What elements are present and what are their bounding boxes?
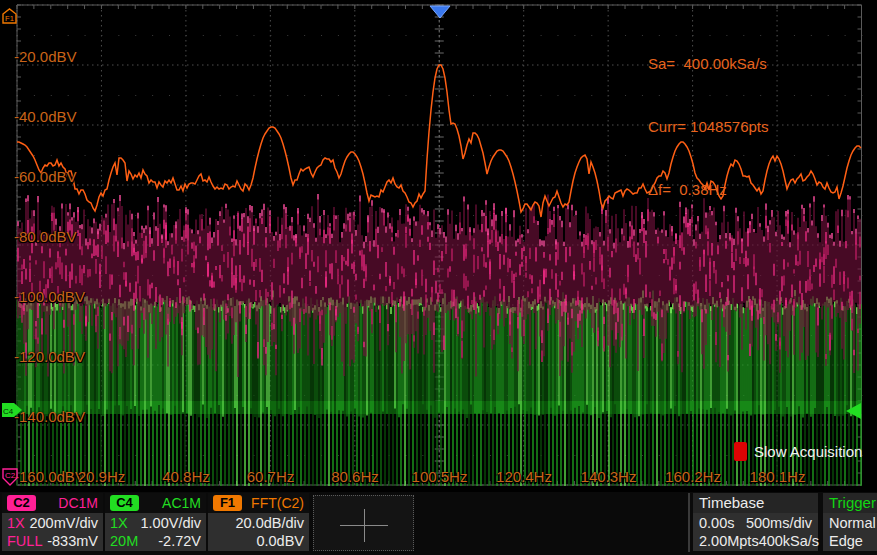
- c4-coupling: AC1M: [162, 495, 201, 511]
- x-axis-label: 180.1Hz: [750, 469, 806, 485]
- svg-text:C2: C2: [5, 471, 16, 480]
- c2-coupling: DC1M: [58, 495, 98, 511]
- y-axis-label: -160.0dBV: [14, 469, 85, 485]
- c2-bandwidth: FULL: [7, 532, 42, 550]
- trigger-type: Edge: [829, 532, 871, 550]
- f1-reference-marker[interactable]: F1: [2, 8, 17, 29]
- x-axis-label: 100.5Hz: [412, 469, 468, 485]
- timebase-title: Timebase: [693, 493, 818, 513]
- y-axis-label: -100.0dBV: [14, 289, 85, 305]
- f1-scale: 20.0dB/div: [235, 514, 304, 532]
- acquisition-readout: Sa= 400.00kSa/s Curr= 1048576pts Δf= 0.3…: [648, 11, 769, 242]
- c4-bandwidth: 20M: [110, 532, 138, 550]
- f1-source: FFT(C2): [251, 495, 304, 511]
- channel-c4-header: C4 AC1M: [105, 493, 206, 513]
- math-f1-values: 20.0dB/div 0.0dBV: [208, 513, 309, 551]
- c4-marker-icon: C4: [2, 403, 23, 418]
- x-axis-label: 60.7Hz: [247, 469, 295, 485]
- c4-level-marker[interactable]: C4: [2, 403, 23, 422]
- f1-marker-icon: F1: [2, 8, 17, 25]
- trigger-values: Normal Edge: [823, 513, 877, 551]
- channel-badge-c4[interactable]: C4: [110, 495, 139, 511]
- slow-acquisition-badge: Slow Acquisition: [734, 442, 862, 461]
- math-box-f1[interactable]: F1 FFT(C2) 20.0dB/div 0.0dBV: [208, 493, 309, 551]
- plus-icon: [364, 509, 365, 542]
- y-axis-label: -20.0dBV: [14, 49, 77, 65]
- trigger-position-triangle-icon: [429, 5, 451, 19]
- x-axis-label: 80.6Hz: [331, 469, 379, 485]
- svg-text:F1: F1: [5, 14, 14, 23]
- trigger-mode: Normal: [829, 514, 871, 532]
- math-badge-f1[interactable]: F1: [213, 495, 242, 511]
- c4-probe: 1X: [110, 514, 128, 532]
- add-channel-placeholder[interactable]: [313, 495, 414, 551]
- channel-c2-values: 1X 200mV/div FULL -833mV: [2, 513, 103, 551]
- channel-box-c4[interactable]: C4 AC1M 1X 1.00V/div 20M -2.72V: [105, 493, 206, 551]
- c4-offset: -2.72V: [158, 532, 201, 550]
- y-axis-label: -40.0dBV: [14, 109, 77, 125]
- f1-offset: 0.0dBV: [256, 532, 304, 550]
- timebase-values: 0.00s 500ms/div 2.00Mpts 400kSa/s: [693, 513, 818, 551]
- timebase-box[interactable]: Timebase 0.00s 500ms/div 2.00Mpts 400kSa…: [693, 493, 818, 551]
- y-axis-label: -60.0dBV: [14, 169, 77, 185]
- channel-c2-header: C2 DC1M: [2, 493, 103, 513]
- x-axis-label: 20.9Hz: [78, 469, 126, 485]
- status-bar: C2 DC1M 1X 200mV/div FULL -833mV C4 AC1M: [0, 492, 877, 555]
- channel-box-c2[interactable]: C2 DC1M 1X 200mV/div FULL -833mV: [2, 493, 103, 551]
- c2-offset-marker[interactable]: C2: [2, 468, 19, 491]
- timebase-delay: 0.00s: [699, 514, 734, 532]
- x-axis-label: 40.8Hz: [162, 469, 210, 485]
- c2-scale: 200mV/div: [29, 514, 98, 532]
- slow-acquisition-indicator-icon: [734, 442, 747, 461]
- trigger-position-marker[interactable]: [429, 5, 451, 23]
- y-axis-label: -120.0dBV: [14, 349, 85, 365]
- math-f1-header: F1 FFT(C2): [208, 493, 309, 513]
- timebase-points: 2.00Mpts: [699, 532, 759, 550]
- channel-c4-values: 1X 1.00V/div 20M -2.72V: [105, 513, 206, 551]
- x-axis-label: 160.2Hz: [665, 469, 721, 485]
- trigger-box[interactable]: Trigger Normal Edge: [823, 493, 877, 551]
- y-axis-label: -140.0dBV: [14, 409, 85, 425]
- slow-acquisition-label: Slow Acquisition: [754, 443, 862, 460]
- oscilloscope-screen: -20.0dBV-40.0dBV-60.0dBV-80.0dBV-100.0dB…: [0, 0, 877, 555]
- c2-offset: -833mV: [47, 532, 98, 550]
- c2-marker-icon: C2: [2, 468, 19, 487]
- timebase-samplerate: 400kSa/s: [759, 532, 819, 550]
- points-readout: Curr= 1048576pts: [648, 116, 769, 137]
- sample-rate-readout: Sa= 400.00kSa/s: [648, 53, 769, 74]
- timebase-scale: 500ms/div: [746, 514, 812, 532]
- channel-badge-c2[interactable]: C2: [7, 495, 36, 511]
- x-axis-label: 140.3Hz: [581, 469, 637, 485]
- c2-probe: 1X: [7, 514, 25, 532]
- status-bar-divider: [688, 493, 690, 552]
- svg-text:C4: C4: [3, 407, 14, 416]
- y-axis-label: -80.0dBV: [14, 229, 77, 245]
- trigger-title: Trigger: [823, 493, 877, 513]
- trigger-level-marker[interactable]: [845, 403, 862, 424]
- x-axis-label: 120.4Hz: [496, 469, 552, 485]
- trigger-level-triangle-icon: [845, 403, 862, 420]
- delta-f-readout: Δf= 0.38Hz: [648, 179, 769, 200]
- c4-scale: 1.00V/div: [141, 514, 201, 532]
